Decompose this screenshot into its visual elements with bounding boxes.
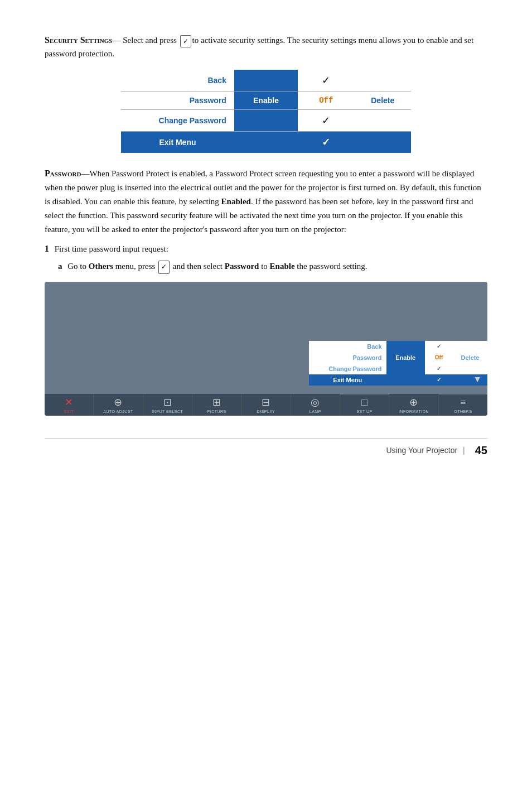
display-label: DISPLAY — [257, 410, 275, 413]
projector-screenshot: Back ✓ Password Enable Off Delete Change… — [45, 282, 487, 416]
auto-adjust-label: AUTO ADJUST — [103, 410, 133, 413]
table-row-password: Password Enable Off Delete — [121, 92, 411, 110]
mini-value-change: ✓ — [425, 363, 453, 374]
mini-change-label: Change Password — [309, 363, 386, 374]
intro-paragraph: Security Settings— Select and press ✓to … — [45, 33, 487, 60]
exit-icon: ✕ — [65, 396, 73, 408]
mini-enable-password: Enable — [386, 352, 425, 363]
mini-enable-change — [386, 363, 425, 374]
section-title: Security Settings — [45, 35, 112, 45]
mini-value-password: Off — [425, 352, 453, 363]
information-label: INFORMATION — [399, 410, 429, 413]
mini-delete-back — [453, 341, 487, 352]
auto-adjust-icon: ⊕ — [114, 396, 122, 408]
exit-menu-label: Exit Menu — [121, 132, 234, 153]
scroll-down-arrow: ▼ — [473, 374, 482, 384]
toolbar-input-select[interactable]: ⊡ INPUT SELECT — [143, 394, 192, 416]
table-row-change-password: Change Password ✓ — [121, 110, 411, 132]
exit-label: EXIT — [64, 410, 74, 413]
mini-back-label: Back — [309, 341, 386, 352]
others-icon: ≡ — [460, 397, 466, 408]
mini-enable-exit — [386, 374, 425, 386]
password-paragraph: Password—When Password Protect is enable… — [45, 166, 487, 236]
mini-row-change: Change Password ✓ — [309, 363, 487, 374]
delete-col-exit — [355, 132, 411, 153]
mini-value-exit: ✓ — [425, 374, 453, 386]
password-heading: Password — [45, 169, 81, 178]
value-col-password: Off — [298, 92, 354, 110]
security-settings-table: Back ✓ Password Enable Off Delete Change… — [121, 70, 411, 153]
mini-row-back: Back ✓ — [309, 341, 487, 352]
mini-row-password: Password Enable Off Delete — [309, 352, 487, 363]
lamp-icon: ◎ — [311, 396, 320, 408]
information-icon: ⊕ — [409, 396, 418, 408]
table-row-back: Back ✓ — [121, 70, 411, 92]
enter-icon-2: ✓ — [158, 261, 170, 274]
toolbar-setup[interactable]: □ SET UP — [340, 394, 389, 416]
toolbar-display[interactable]: ⊟ DISPLAY — [241, 394, 291, 416]
picture-label: PICTURE — [207, 410, 226, 413]
toolbar-lamp[interactable]: ◎ LAMP — [291, 394, 340, 416]
list-item-1: 1 First time password input request: — [45, 244, 487, 254]
delete-col-change — [355, 110, 411, 132]
mini-password-label: Password — [309, 352, 386, 363]
back-label: Back — [121, 70, 234, 92]
mini-enable-back — [386, 341, 425, 352]
toolbar-picture[interactable]: ⊞ PICTURE — [192, 394, 241, 416]
value-col-back: ✓ — [298, 70, 354, 92]
setup-label: SET UP — [357, 410, 373, 413]
mini-menu-overlay: Back ✓ Password Enable Off Delete Change… — [309, 341, 487, 386]
value-col-change: ✓ — [298, 110, 354, 132]
enable-col-back — [234, 70, 298, 92]
mini-delete-exit — [453, 374, 487, 386]
mini-delete-password: Delete — [453, 352, 487, 363]
footer-separator: | — [463, 446, 465, 455]
enable-col-change — [234, 110, 298, 132]
footer-text: Using Your Projector — [386, 446, 457, 455]
toolbar-others[interactable]: ≡ OTHERS — [439, 394, 487, 416]
enter-icon: ✓ — [180, 35, 191, 47]
table-row-exit: Exit Menu ✓ — [121, 132, 411, 153]
enable-col-exit — [234, 132, 298, 153]
delete-col-back — [355, 70, 411, 92]
others-label: OTHERS — [454, 410, 472, 413]
toolbar-auto-adjust[interactable]: ⊕ AUTO ADJUST — [94, 394, 143, 416]
lamp-label: LAMP — [309, 410, 321, 413]
setup-icon: □ — [361, 397, 367, 408]
mini-security-table: Back ✓ Password Enable Off Delete Change… — [309, 341, 487, 386]
mini-value-back: ✓ — [425, 341, 453, 352]
display-icon: ⊟ — [262, 396, 270, 408]
toolbar-information[interactable]: ⊕ INFORMATION — [389, 394, 438, 416]
picture-icon: ⊞ — [212, 396, 221, 408]
password-label: Password — [121, 92, 234, 110]
mini-delete-change — [453, 363, 487, 374]
projector-toolbar: ✕ EXIT ⊕ AUTO ADJUST ⊡ INPUT SELECT ⊞ PI… — [45, 391, 487, 416]
enable-col-password[interactable]: Enable — [234, 92, 298, 110]
list-item-a: a Go to Others menu, press ✓ and then se… — [58, 259, 487, 273]
page-number: 45 — [475, 444, 487, 457]
page-footer: Using Your Projector | 45 — [45, 438, 487, 457]
mini-exit-label: Exit Menu — [309, 374, 386, 386]
delete-col-password[interactable]: Delete — [355, 92, 411, 110]
input-select-label: INPUT SELECT — [152, 410, 183, 413]
mini-row-exit: Exit Menu ✓ — [309, 374, 487, 386]
value-col-exit: ✓ — [298, 132, 354, 153]
change-password-label: Change Password — [121, 110, 234, 132]
toolbar-exit[interactable]: ✕ EXIT — [45, 394, 94, 416]
input-select-icon: ⊡ — [163, 396, 172, 408]
